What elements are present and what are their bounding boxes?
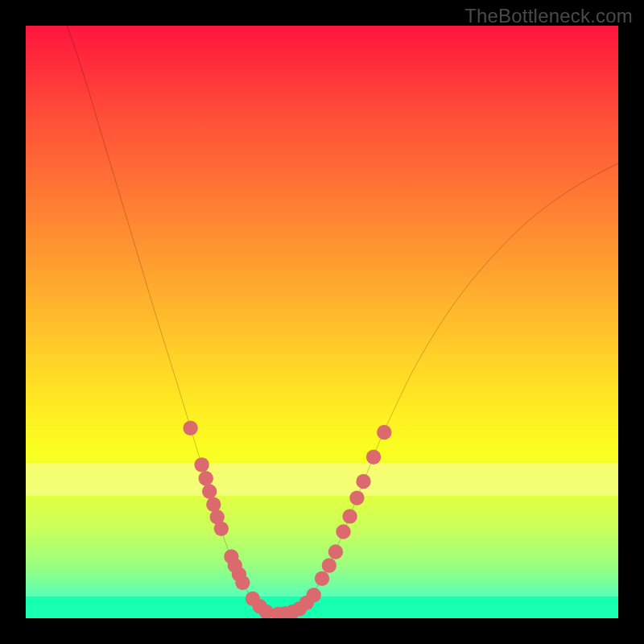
curve-marker (183, 421, 197, 436)
curve-marker (199, 471, 213, 485)
curve-marker (377, 425, 391, 440)
curve-marker (206, 497, 221, 511)
watermark-text: TheBottleneck.com (464, 5, 633, 27)
curve-marker (315, 571, 329, 585)
curve-svg (26, 26, 618, 618)
curve-markers (183, 421, 391, 618)
curve-marker (235, 576, 250, 590)
curve-marker (336, 524, 350, 539)
curve-marker (328, 544, 343, 559)
curve-marker (356, 474, 370, 489)
curve-marker (194, 457, 208, 472)
curve-marker (366, 450, 381, 464)
curve-marker (214, 522, 229, 536)
curve-marker (349, 490, 364, 505)
curve-marker (342, 509, 357, 523)
curve-marker (202, 484, 217, 498)
chart-frame: TheBottleneck.com (0, 0, 644, 644)
curve-marker (306, 588, 320, 602)
plot-area (26, 26, 618, 618)
curve-marker (322, 558, 336, 572)
